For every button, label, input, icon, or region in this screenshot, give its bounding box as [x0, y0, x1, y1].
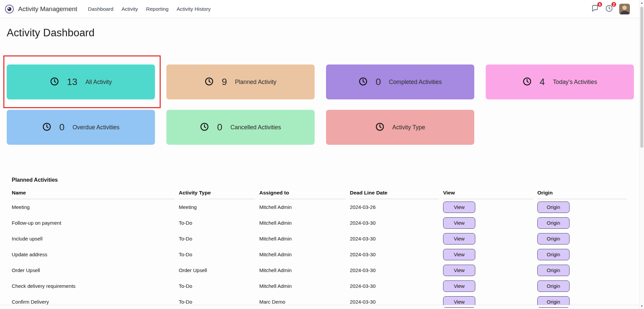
origin-button[interactable]: Origin: [537, 280, 570, 292]
column-header-activity-type: Activity Type: [179, 188, 255, 199]
column-header-name: Name: [12, 188, 175, 199]
bottom-divider: [0, 305, 639, 307]
cell-deadline: 2024-03-30: [350, 231, 439, 247]
card-cancelled-activities[interactable]: 0 Cancelled Activities: [166, 110, 315, 145]
card-count: 9: [222, 77, 227, 87]
cell-activity-type: To-Do: [179, 215, 255, 231]
table-row: Update address To-Do Mitchell Admin 2024…: [12, 247, 632, 262]
view-button[interactable]: View: [443, 249, 475, 260]
card-count: 0: [217, 122, 222, 133]
nav-item-activity[interactable]: Activity: [118, 4, 141, 14]
card-activity-type[interactable]: Activity Type: [326, 110, 474, 145]
cell-activity-type: To-Do: [179, 247, 255, 262]
card-overdue-activities[interactable]: 0 Overdue Activities: [7, 110, 155, 145]
view-button[interactable]: View: [443, 233, 475, 245]
card-label: Activity Type: [392, 124, 425, 131]
card-label: Completed Activities: [389, 79, 442, 86]
card-planned-activity[interactable]: 9 Planned Activity: [166, 64, 315, 99]
clock-icon: [42, 122, 51, 133]
nav-item-reporting[interactable]: Reporting: [143, 4, 172, 14]
cell-name: Include upsell: [12, 231, 175, 247]
column-header-origin: Origin: [537, 188, 627, 199]
activities-badge: 2: [611, 2, 616, 7]
clock-icon: [200, 122, 209, 133]
origin-button[interactable]: Origin: [537, 265, 570, 276]
clock-icon: [523, 77, 532, 87]
cell-name: Update address: [12, 247, 175, 262]
cell-deadline: 2024-03-30: [350, 215, 439, 231]
clock-icon: [359, 77, 368, 87]
table-row: Include upsell To-Do Mitchell Admin 2024…: [12, 231, 632, 247]
cell-activity-type: Meeting: [179, 199, 255, 215]
section-title: Planned Activities: [12, 177, 632, 183]
card-label: Today's Activities: [553, 79, 597, 86]
cards-grid: 13 All Activity 9 Planned Activity 0 Com…: [7, 64, 644, 145]
table-row: Order Upsell Order Upsell Mitchell Admin…: [12, 262, 632, 278]
view-button[interactable]: View: [443, 265, 475, 276]
clock-icon: [375, 122, 384, 133]
nav-item-activity-history[interactable]: Activity History: [173, 4, 214, 14]
cell-assigned-to: Mitchell Admin: [259, 231, 346, 247]
app-logo-icon: [5, 4, 14, 14]
cell-assigned-to: Mitchell Admin: [259, 215, 346, 231]
main-content: Activity Dashboard 13 All Activity 9 Pla…: [0, 27, 644, 309]
origin-button[interactable]: Origin: [537, 202, 570, 213]
messages-button[interactable]: 6: [591, 4, 599, 14]
card-todays-activities[interactable]: 4 Today's Activities: [486, 64, 634, 99]
card-count: 4: [540, 77, 545, 87]
view-button[interactable]: View: [443, 217, 475, 229]
view-button[interactable]: View: [443, 280, 475, 292]
card-label: Cancelled Activities: [230, 124, 281, 131]
page-title: Activity Dashboard: [7, 27, 644, 39]
cell-deadline: 2024-03-30: [350, 262, 439, 278]
cell-name: Meeting: [12, 199, 175, 215]
cell-assigned-to: Mitchell Admin: [259, 278, 346, 294]
column-header-assigned-to: Assigned to: [259, 188, 346, 199]
cell-assigned-to: Mitchell Admin: [259, 247, 346, 262]
origin-button[interactable]: Origin: [537, 233, 570, 245]
clock-icon: [205, 77, 214, 87]
card-all-activity[interactable]: 13 All Activity: [7, 64, 155, 99]
table-row: Follow-up on payment To-Do Mitchell Admi…: [12, 215, 632, 231]
cell-assigned-to: Mitchell Admin: [259, 262, 346, 278]
cell-deadline: 2024-03-30: [350, 278, 439, 294]
column-header-dead-line-date: Dead Line Date: [350, 188, 439, 199]
scrollbar-thumb[interactable]: [640, 7, 643, 148]
card-label: All Activity: [86, 79, 112, 86]
card-label: Planned Activity: [235, 79, 277, 86]
nav-menu: DashboardActivityReportingActivity Histo…: [85, 4, 214, 14]
cell-name: Order Upsell: [12, 262, 175, 278]
messages-badge: 6: [597, 2, 602, 7]
card-count: 0: [59, 122, 65, 133]
table-body: Meeting Meeting Mitchell Admin 2024-03-2…: [12, 199, 632, 309]
cell-assigned-to: Mitchell Admin: [259, 199, 346, 215]
cell-name: Follow-up on payment: [12, 215, 175, 231]
activities-button[interactable]: 2: [605, 4, 613, 14]
scrollbar-up-icon[interactable]: ▲: [640, 1, 644, 4]
card-completed-activities[interactable]: 0 Completed Activities: [326, 64, 474, 99]
table-row: Meeting Meeting Mitchell Admin 2024-03-2…: [12, 199, 632, 215]
cell-activity-type: Order Upsell: [179, 262, 255, 278]
cell-deadline: 2024-03-30: [350, 247, 439, 262]
origin-button[interactable]: Origin: [537, 249, 570, 260]
card-count: 0: [376, 77, 381, 87]
card-count: 13: [67, 77, 77, 87]
origin-button[interactable]: Origin: [537, 217, 570, 229]
table-header-row: NameActivity TypeAssigned toDead Line Da…: [12, 188, 632, 199]
column-header-view: View: [443, 188, 533, 199]
top-navbar: Activity Management DashboardActivityRep…: [0, 0, 644, 18]
card-label: Overdue Activities: [72, 124, 119, 131]
planned-activities-section: Planned Activities NameActivity TypeAssi…: [12, 177, 632, 309]
scrollbar-down-icon[interactable]: ▼: [640, 305, 644, 308]
table-row: Check delivery requirements To-Do Mitche…: [12, 278, 632, 294]
cell-name: Check delivery requirements: [12, 278, 175, 294]
user-avatar[interactable]: [619, 4, 630, 14]
view-button[interactable]: View: [443, 202, 475, 213]
cell-activity-type: To-Do: [179, 231, 255, 247]
cell-deadline: 2024-03-26: [350, 199, 439, 215]
app-title: Activity Management: [18, 5, 77, 13]
clock-icon: [50, 77, 59, 87]
cell-activity-type: To-Do: [179, 278, 255, 294]
vertical-scrollbar[interactable]: ▲ ▼: [639, 0, 644, 309]
nav-item-dashboard[interactable]: Dashboard: [85, 4, 117, 14]
